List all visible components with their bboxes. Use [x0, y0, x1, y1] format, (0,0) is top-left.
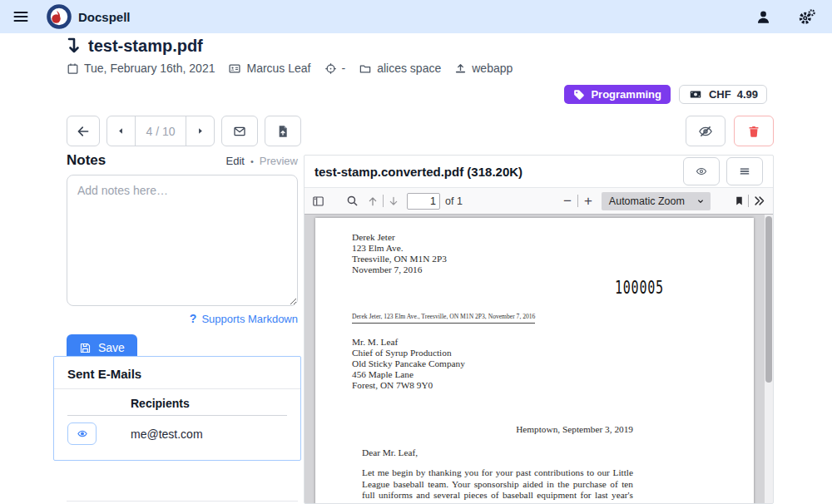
markdown-hint: ? Supports Markdown [67, 312, 298, 325]
help-icon: ? [190, 312, 197, 325]
concerning-icon [324, 62, 337, 75]
menu-list-icon [738, 166, 751, 177]
pdf-scrollbar-thumb[interactable] [765, 216, 772, 383]
page-navigation: 4 / 10 [106, 116, 215, 146]
item-source: webapp [454, 62, 513, 75]
letter-salutation: Dear Mr. Leaf, [362, 447, 418, 457]
docspell-logo-icon [47, 4, 72, 29]
section-divider [67, 501, 298, 502]
app-title: Docspell [78, 10, 131, 24]
tag-label: Programming [591, 88, 661, 101]
bookmark-icon[interactable] [734, 195, 745, 207]
notes-heading: Notes [67, 152, 106, 169]
sent-emails-panel: Sent E-Mails Recipients me@test.com [53, 356, 301, 461]
markdown-link[interactable]: Supports Markdown [201, 313, 298, 325]
back-button[interactable] [67, 116, 100, 146]
pdf-toolbar: of 1 − + Automatic Zoom [305, 188, 773, 215]
chevron-down-icon [696, 198, 705, 205]
badges-row: Programming CHF 4.99 [564, 85, 767, 104]
notes-section: Notes Edit • Preview ? Supports Markdown… [67, 152, 298, 361]
recipient-value: me@test.com [131, 416, 287, 447]
eye-icon [76, 428, 89, 439]
zoom-out-icon[interactable]: − [561, 193, 574, 210]
zoom-in-icon[interactable]: + [582, 193, 595, 210]
letter-paragraph: Let me begin by thanking you for your pa… [362, 467, 633, 503]
item-actions [686, 116, 774, 146]
letter-return-address: Derek Jeter, 123 Elm Ave., Treesville, O… [352, 313, 535, 324]
find-previous-icon[interactable] [366, 195, 379, 208]
pdf-scrollbar [765, 215, 773, 503]
user-icon[interactable] [752, 6, 774, 27]
attachment-view-button[interactable] [683, 157, 720, 185]
upload-icon [454, 62, 467, 75]
hide-button[interactable] [686, 116, 726, 146]
next-item-button[interactable] [186, 116, 214, 146]
item-metadata: Tue, February 16th, 2021 Marcus Leaf - a… [67, 62, 513, 75]
search-icon[interactable] [345, 194, 359, 208]
page-indicator: 4 / 10 [135, 116, 186, 146]
actions-column-header [67, 391, 131, 416]
item-header: test-stamp.pdf [67, 37, 203, 56]
delete-button[interactable] [734, 116, 774, 146]
attachment-filename: test-stamp.converted.pdf (318.20K) [314, 165, 522, 179]
hide-icon [697, 124, 714, 139]
tag-badge[interactable]: Programming [564, 85, 671, 104]
page-count-label: of 1 [445, 195, 463, 207]
amount-currency: CHF [709, 88, 731, 101]
menu-icon[interactable] [8, 4, 33, 29]
eye-icon [694, 166, 709, 177]
stamp-number: 100005 [615, 278, 664, 298]
save-label: Save [98, 341, 125, 354]
attachment-menu-button[interactable] [726, 157, 763, 185]
delete-icon [747, 124, 760, 139]
money-icon [688, 88, 703, 101]
page-title: test-stamp.pdf [88, 37, 203, 56]
item-controls: 4 / 10 [67, 116, 301, 146]
docspell-app: Docspell test-stamp.pdf Tue, February 16… [0, 0, 832, 504]
amount-badge[interactable]: CHF 4.99 [679, 85, 767, 104]
notes-preview-tab[interactable]: Preview [260, 155, 298, 167]
prev-item-button[interactable] [107, 116, 135, 146]
letter-place-date: Hemptown, September 3, 2019 [516, 424, 633, 434]
zoom-select-value: Automatic Zoom [609, 195, 685, 207]
find-next-icon[interactable] [387, 195, 400, 208]
letter-recipient-block: Mr. M. Leaf Chief of Syrup Production Ol… [352, 337, 465, 391]
tag-icon [573, 89, 585, 101]
notes-input[interactable] [67, 175, 298, 306]
table-row: me@test.com [67, 416, 287, 447]
pdf-page: Derek Jeter 123 Elm Ave. Treesville, ON … [315, 218, 754, 503]
recipients-column-header: Recipients [131, 391, 287, 416]
item-folder: alices space [359, 62, 441, 75]
calendar-icon [67, 62, 79, 75]
zoom-select[interactable]: Automatic Zoom [602, 192, 711, 210]
view-email-button[interactable] [67, 422, 97, 445]
item-date: Tue, February 16th, 2021 [67, 62, 215, 75]
item-correspondent: Marcus Leaf [228, 62, 310, 75]
mail-icon [232, 125, 247, 138]
item-concerning: - [324, 62, 346, 75]
page-number-input[interactable] [407, 193, 440, 210]
person-card-icon [228, 62, 241, 75]
settings-icon[interactable] [795, 6, 817, 27]
notes-tab-separator: • [250, 156, 254, 166]
sent-emails-heading: Sent E-Mails [67, 367, 287, 381]
pdf-viewport[interactable]: Derek Jeter 123 Elm Ave. Treesville, ON … [305, 215, 773, 503]
download-icon [67, 37, 80, 56]
letter-sender-block: Derek Jeter 123 Elm Ave. Treesville, ON … [352, 232, 447, 275]
sent-emails-table: Recipients me@test.com [67, 391, 287, 447]
sidebar-toggle-icon[interactable] [311, 195, 325, 208]
top-navbar: Docspell [0, 0, 832, 33]
add-file-button[interactable] [265, 116, 301, 146]
add-file-icon [276, 124, 290, 139]
notes-edit-tab[interactable]: Edit [225, 155, 244, 167]
amount-value: 4.99 [737, 88, 758, 101]
send-mail-button[interactable] [221, 116, 258, 146]
expand-icon[interactable] [752, 195, 766, 207]
folder-icon [359, 62, 372, 75]
save-icon [79, 342, 92, 354]
pdf-attachment-card: test-stamp.converted.pdf (318.20K) [304, 155, 774, 504]
